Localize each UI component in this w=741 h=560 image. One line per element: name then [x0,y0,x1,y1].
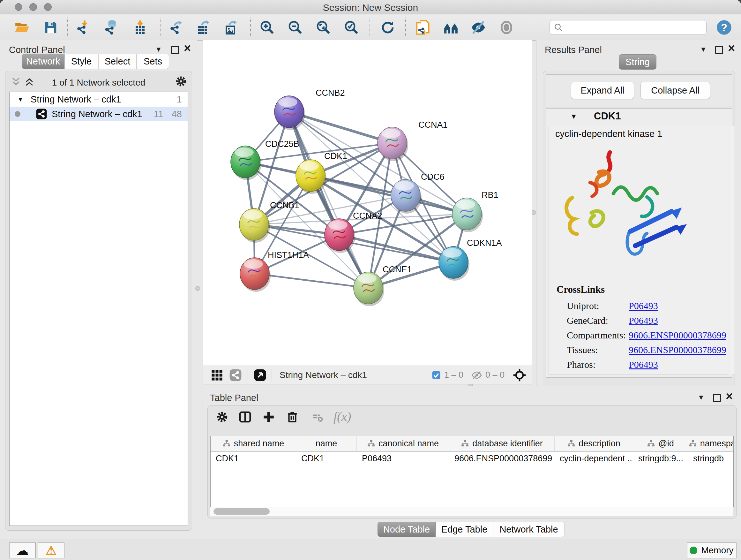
network-node-cdkn1a[interactable] [439,246,469,281]
tab-string[interactable]: String [619,54,657,70]
network-node-ccna1[interactable] [378,127,408,161]
import-table-file-button[interactable] [131,18,149,37]
results-panel-float-icon[interactable] [715,46,723,54]
help-button[interactable]: ? [715,18,733,37]
tab-style[interactable]: Style [64,54,98,69]
crosslink-row: Pharos: P06493 [567,357,726,372]
network-node-hist1h1a[interactable] [240,258,271,292]
network-node-cdc25b[interactable] [231,146,261,180]
network-options-gear-icon[interactable] [175,75,187,88]
table-hscrollbar-thumb[interactable] [213,508,270,515]
column-header-canonical-name[interactable]: canonical name [357,436,449,451]
table-panel-float-icon[interactable] [713,394,721,402]
crosslink-link[interactable]: P06493 [629,359,658,370]
zoom-fit-button[interactable] [314,18,333,37]
network-edge[interactable] [289,112,368,288]
crosslink-link[interactable]: 9606.ENSP00000378699 [629,345,726,355]
zoom-selected-icon [344,20,359,35]
clone-network-button[interactable] [414,18,432,37]
cloud-status-button[interactable]: ☁ [9,543,36,558]
zoom-out-button[interactable] [286,18,305,37]
birdseye-crosshair-icon[interactable] [513,368,527,382]
results-panel-close-icon[interactable]: × [728,44,735,53]
export-table-button[interactable] [194,18,212,37]
first-neighbors-button[interactable] [442,18,460,37]
control-panel-float-icon[interactable] [171,46,179,54]
column-header-label: name [316,439,337,449]
network-canvas[interactable]: CCNB2CCNA1CDC25BCDK1CDC6RB1CCNB1CCNA2CDK… [203,40,532,366]
network-node-cdk1[interactable] [296,160,327,194]
main-toolbar: ? [0,14,741,41]
detach-view-icon[interactable] [254,369,266,381]
network-node-ccnb2[interactable] [274,96,305,130]
tree-expander-icon[interactable]: ▼ [17,96,23,103]
node-label-ccnb1: CCNB1 [270,200,299,210]
tab-network-table[interactable]: Network Table [493,522,564,537]
window-title: Session: New Session [0,2,741,13]
network-node-ccne1[interactable] [354,272,384,306]
crosslink-label: Pharos: [567,359,629,370]
toolbar-search-field[interactable] [549,20,706,35]
node-label-hist1h1a: HIST1H1A [268,250,309,260]
left-splitter-handle[interactable] [195,286,200,291]
tab-select[interactable]: Select [98,54,137,69]
add-column-icon[interactable] [262,410,275,424]
tab-sets[interactable]: Sets [137,54,169,69]
delete-column-icon[interactable] [286,410,299,424]
show-all-button[interactable] [497,18,516,37]
network-row[interactable]: String Network – cdk1 11 48 [10,107,188,121]
network-node-rb1[interactable] [452,198,483,232]
hidden-eye-icon[interactable] [471,370,482,381]
crosslink-link[interactable]: P06493 [629,315,658,326]
entry-body: cyclin-dependent kinase 1 [549,126,729,375]
search-input[interactable] [566,22,701,33]
export-network-button[interactable] [167,18,186,37]
right-splitter-handle[interactable] [531,210,536,215]
refresh-button[interactable] [379,18,397,37]
collapse-all-button[interactable]: Collapse All [641,82,710,99]
memory-button[interactable]: Memory [687,543,737,558]
results-panel-collapse-icon[interactable]: ▼ [700,45,707,54]
selected-checkbox-icon[interactable] [431,370,441,380]
entry-expander-icon[interactable]: ▼ [570,112,577,121]
save-session-button[interactable] [42,18,60,37]
tab-node-table[interactable]: Node Table [378,522,435,537]
import-network-database-button[interactable] [102,18,121,37]
network-view-share-icon[interactable] [229,369,242,381]
crosslink-link[interactable]: 9606.ENSP00000378699 [629,330,726,341]
control-panel-collapse-icon[interactable]: ▼ [155,45,162,54]
column-header-shared-name[interactable]: shared name [211,436,296,451]
zoom-in-button[interactable] [258,18,276,37]
table-options-gear-icon[interactable] [215,410,229,424]
tab-network[interactable]: Network [22,54,64,69]
warnings-button[interactable]: ⚠ [38,543,64,558]
network-collection-row[interactable]: ▼ String Network – cdk1 1 [10,92,188,107]
column-header-namespace[interactable]: namespace [688,436,734,451]
import-network-file-button[interactable] [74,18,92,37]
expand-all-button[interactable]: Expand All [571,82,634,99]
grid-view-icon[interactable] [211,369,223,381]
table-hscrollbar[interactable] [210,507,733,516]
table-panel-close-icon[interactable]: × [726,391,733,401]
entry-gene-name[interactable]: CDK1 [594,111,621,122]
eye-slash-icon [470,19,486,36]
open-session-button[interactable] [13,18,31,37]
result-entry: ▼ CDK1 cyclin-dependent kinase 1 [546,108,732,378]
crosslink-link[interactable]: P06493 [629,300,658,311]
column-header--id[interactable]: @id [633,436,688,451]
network-edge[interactable] [255,273,368,288]
hide-selected-button[interactable] [469,18,488,37]
column-header-database-identifier[interactable]: database identifier [449,436,555,451]
tab-edge-table[interactable]: Edge Table [435,522,493,537]
control-panel-close-icon[interactable]: × [184,44,191,53]
show-columns-icon[interactable] [239,410,252,424]
results-scrollbar[interactable] [730,126,735,374]
table-panel-collapse-icon[interactable]: ▼ [697,393,704,401]
copy-network-icon [415,19,431,36]
network-view-toolbar: String Network – cdk1 1 – 0 0 – 0 [203,366,532,384]
table-row[interactable]: CDK1CDK1P064939606.ENSP00000378699cyclin… [211,451,733,465]
column-header-description[interactable]: description [555,436,633,451]
zoom-selected-button[interactable] [342,18,360,37]
column-header-name[interactable]: name [296,436,357,451]
export-image-button[interactable] [221,18,240,37]
